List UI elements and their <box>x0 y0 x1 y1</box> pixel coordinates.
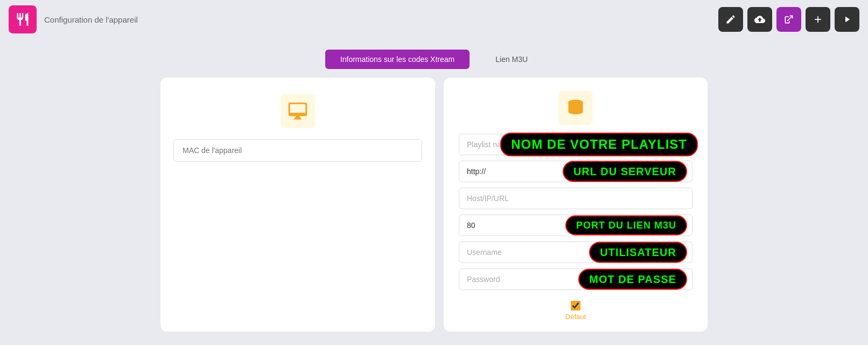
host-ip-field <box>459 188 692 209</box>
left-card <box>160 78 435 332</box>
main-content: NOM DE VOTRE PLAYLIST URL DU SERVEUR POR… <box>0 78 868 332</box>
app-logo <box>9 5 37 33</box>
header-actions: + <box>718 7 859 32</box>
username-field: UTILISATEUR <box>459 242 692 263</box>
host-ip-input[interactable] <box>459 188 692 209</box>
share-button[interactable] <box>776 7 801 32</box>
right-card: NOM DE VOTRE PLAYLIST URL DU SERVEUR POR… <box>444 78 708 332</box>
default-checkbox[interactable] <box>571 301 580 310</box>
mac-input[interactable] <box>173 139 422 162</box>
default-label: Défaut <box>565 313 586 321</box>
server-overlay: URL DU SERVEUR <box>563 161 687 182</box>
password-overlay: MOT DE PASSE <box>578 269 687 290</box>
header: Configuration de l'appareil + <box>0 0 868 39</box>
tab-xtream[interactable]: Informations sur les codes Xtream <box>325 50 470 69</box>
monitor-icon-wrap <box>281 94 315 128</box>
default-section: Défaut <box>565 301 586 321</box>
upload-button[interactable] <box>747 7 772 32</box>
username-overlay: UTILISATEUR <box>589 242 687 263</box>
edit-button[interactable] <box>718 7 743 32</box>
port-overlay: PORT DU LIEN M3U <box>565 216 687 236</box>
add-button[interactable]: + <box>806 7 830 32</box>
play-button[interactable] <box>835 7 859 32</box>
db-icon-wrap <box>558 91 593 125</box>
tab-m3u[interactable]: Lien M3U <box>480 50 543 69</box>
playlist-name-field: NOM DE VOTRE PLAYLIST <box>459 134 692 155</box>
password-field: MOT DE PASSE <box>459 268 692 290</box>
database-icon <box>566 98 585 118</box>
tabs-container: Informations sur les codes Xtream Lien M… <box>0 50 868 69</box>
monitor-icon <box>288 101 308 121</box>
port-field: PORT DU LIEN M3U <box>459 215 692 236</box>
playlist-overlay: NOM DE VOTRE PLAYLIST <box>500 133 698 156</box>
header-title: Configuration de l'appareil <box>44 15 138 24</box>
server-url-field: URL DU SERVEUR <box>459 161 692 182</box>
